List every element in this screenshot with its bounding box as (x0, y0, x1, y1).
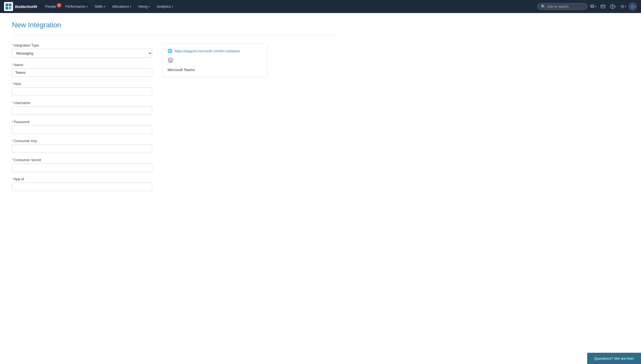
search-placeholder: Ask or search (547, 5, 569, 9)
app-id-label: *App Id (12, 177, 152, 181)
brand-logo-link[interactable]: BizMerlinHR (4, 2, 37, 11)
layers-icon-btn[interactable]: ▾ (588, 2, 597, 11)
name-label: *Name (12, 63, 152, 67)
integration-form: *Integration Type Messaging HRIS Payroll… (12, 43, 152, 196)
nav-people[interactable]: People ▾ 1 (42, 3, 61, 10)
password-input[interactable] (12, 125, 152, 134)
info-card-icon-row (168, 57, 262, 65)
chevron-down-icon: ▾ (130, 5, 131, 8)
nav-skills[interactable]: Skills ▾ (92, 3, 108, 10)
integration-type-select[interactable]: Messaging HRIS Payroll SSO (12, 49, 152, 58)
page-content: New Integration *Integration Type Messag… (0, 13, 351, 204)
chevron-down-icon: ▾ (86, 5, 88, 8)
info-card-product-name: Microsoft Teams (168, 68, 262, 72)
svg-text:?: ? (611, 5, 613, 9)
globe-icon: 🌐 (168, 49, 173, 53)
nav-allocations[interactable]: Allocations ▾ (109, 3, 134, 10)
info-card: 🌐 https://support.microsoft.com/en-us/te… (162, 43, 267, 77)
svg-rect-2 (6, 7, 8, 10)
username-field: *Username (12, 101, 152, 115)
name-field: *Name (12, 63, 152, 77)
info-card-link[interactable]: 🌐 https://support.microsoft.com/en-us/te… (168, 49, 262, 53)
consumer-secret-field: *Consumer Secret (12, 158, 152, 172)
nav-analytics[interactable]: Analytics ▾ (154, 3, 176, 10)
host-label: *Host (12, 82, 152, 86)
host-field: *Host (12, 82, 152, 96)
search-icon: 🔍 (541, 5, 545, 9)
form-layout: *Integration Type Messaging HRIS Payroll… (12, 43, 339, 196)
consumer-secret-label: *Consumer Secret (12, 158, 152, 162)
consumer-key-label: *Consumer Key (12, 139, 152, 143)
search-box[interactable]: 🔍 Ask or search (537, 3, 587, 10)
password-label: *Password (12, 120, 152, 124)
svg-point-7 (622, 6, 623, 7)
chevron-down-icon: ▾ (104, 5, 105, 8)
brand-name: BizMerlinHR (15, 5, 37, 9)
svg-rect-0 (6, 4, 8, 6)
settings-icon-btn[interactable]: ▾ (618, 2, 627, 11)
app-id-input[interactable] (12, 183, 152, 191)
consumer-key-field: *Consumer Key (12, 139, 152, 153)
username-label: *Username (12, 101, 152, 105)
people-badge: 1 (57, 3, 61, 8)
package-icon (168, 57, 174, 65)
chevron-down-icon: ▾ (172, 5, 173, 8)
svg-rect-4 (601, 5, 605, 8)
nav-performance[interactable]: Performance ▾ (62, 3, 91, 10)
nav-hiring[interactable]: Hiring ▾ (135, 3, 153, 10)
integration-type-field: *Integration Type Messaging HRIS Payroll… (12, 43, 152, 58)
user-avatar-btn[interactable]: 👤 ▾ (628, 2, 637, 11)
svg-rect-1 (9, 4, 12, 6)
main-navbar: BizMerlinHR People ▾ 1 Performance ▾ Ski… (0, 0, 641, 13)
consumer-secret-input[interactable] (12, 163, 152, 172)
name-input[interactable] (12, 68, 152, 77)
host-input[interactable] (12, 87, 152, 96)
password-field: *Password (12, 120, 152, 134)
username-input[interactable] (12, 106, 152, 115)
info-panel: 🌐 https://support.microsoft.com/en-us/te… (162, 43, 267, 77)
app-id-field: *App Id (12, 177, 152, 191)
help-icon-btn[interactable]: ? ▾ (608, 2, 617, 11)
page-divider (12, 35, 339, 35)
mail-icon-btn[interactable] (598, 2, 607, 11)
integration-type-label: *Integration Type (12, 43, 152, 47)
svg-rect-3 (9, 7, 12, 10)
chevron-down-icon: ▾ (148, 5, 150, 8)
page-title: New Integration (12, 21, 339, 29)
brand-logo-icon (4, 2, 13, 11)
consumer-key-input[interactable] (12, 144, 152, 153)
